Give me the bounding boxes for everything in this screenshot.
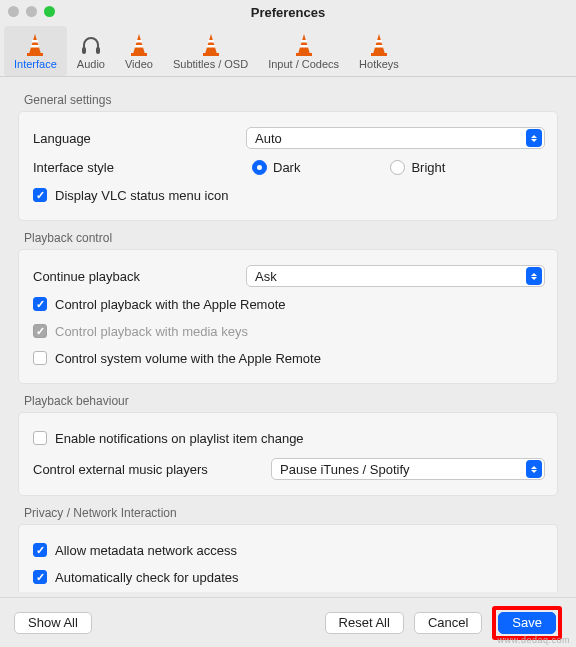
- interface-style-radio-group: Dark Bright: [246, 160, 545, 175]
- media-keys-label: Control playback with media keys: [55, 324, 248, 339]
- panel-playback-behaviour: Enable notifications on playlist item ch…: [18, 412, 558, 496]
- cancel-button[interactable]: Cancel: [414, 612, 482, 634]
- apple-remote-checkbox[interactable]: ✓: [33, 297, 47, 311]
- tab-audio[interactable]: Audio: [67, 26, 115, 76]
- system-volume-checkbox[interactable]: [33, 351, 47, 365]
- tab-interface[interactable]: Interface: [4, 26, 67, 76]
- reset-all-button[interactable]: Reset All: [325, 612, 404, 634]
- external-players-select[interactable]: Pause iTunes / Spotify: [271, 458, 545, 480]
- show-all-button[interactable]: Show All: [14, 612, 92, 634]
- notifications-checkbox[interactable]: [33, 431, 47, 445]
- updown-icon: [526, 460, 542, 478]
- tab-label: Interface: [14, 58, 57, 70]
- tab-label: Audio: [77, 58, 105, 70]
- media-keys-checkbox: ✓: [33, 324, 47, 338]
- notifications-label: Enable notifications on playlist item ch…: [55, 431, 304, 446]
- svg-rect-3: [27, 53, 43, 56]
- save-button[interactable]: Save: [498, 612, 556, 634]
- svg-rect-2: [31, 45, 39, 48]
- svg-rect-16: [300, 45, 308, 48]
- tab-label: Input / Codecs: [268, 58, 339, 70]
- section-title-playback-control: Playback control: [24, 231, 558, 245]
- svg-rect-8: [135, 45, 143, 48]
- window-title: Preferences: [251, 5, 325, 20]
- panel-privacy: ✓ Allow metadata network access ✓ Automa…: [18, 524, 558, 592]
- status-menu-checkbox[interactable]: ✓: [33, 188, 47, 202]
- radio-bright[interactable]: Bright: [390, 160, 445, 175]
- svg-marker-18: [373, 34, 385, 54]
- metadata-checkbox[interactable]: ✓: [33, 543, 47, 557]
- svg-rect-4: [82, 47, 86, 54]
- continue-playback-value: Ask: [255, 269, 277, 284]
- svg-rect-11: [208, 40, 214, 43]
- updates-checkbox[interactable]: ✓: [33, 570, 47, 584]
- preferences-toolbar: Interface Audio Video Subtitles / OSD In…: [0, 24, 576, 77]
- svg-marker-10: [205, 34, 217, 54]
- radio-bright-label: Bright: [411, 160, 445, 175]
- svg-rect-20: [375, 45, 383, 48]
- language-select[interactable]: Auto: [246, 127, 545, 149]
- radio-unchecked-icon: [390, 160, 405, 175]
- minimize-window-button[interactable]: [26, 6, 37, 17]
- headphones-icon: [77, 30, 105, 58]
- continue-playback-select[interactable]: Ask: [246, 265, 545, 287]
- tab-label: Subtitles / OSD: [173, 58, 248, 70]
- panel-general: Language Auto Interface style Dark: [18, 111, 558, 221]
- tab-label: Hotkeys: [359, 58, 399, 70]
- interface-style-label: Interface style: [31, 160, 246, 175]
- continue-playback-label: Continue playback: [31, 269, 246, 284]
- cone-icon: [21, 30, 49, 58]
- radio-checked-icon: [252, 160, 267, 175]
- svg-marker-14: [298, 34, 310, 54]
- titlebar: Preferences: [0, 0, 576, 24]
- tab-subtitles-osd[interactable]: Subtitles / OSD: [163, 26, 258, 76]
- metadata-label: Allow metadata network access: [55, 543, 237, 558]
- system-volume-label: Control system volume with the Apple Rem…: [55, 351, 321, 366]
- traffic-lights: [8, 6, 55, 17]
- content-area: General settings Language Auto Interface…: [0, 77, 576, 592]
- external-players-label: Control external music players: [31, 462, 271, 477]
- tab-label: Video: [125, 58, 153, 70]
- tab-input-codecs[interactable]: Input / Codecs: [258, 26, 349, 76]
- tab-hotkeys[interactable]: Hotkeys: [349, 26, 409, 76]
- radio-dark[interactable]: Dark: [252, 160, 300, 175]
- apple-remote-label: Control playback with the Apple Remote: [55, 297, 286, 312]
- status-menu-label: Display VLC status menu icon: [55, 188, 228, 203]
- cone-icon: [365, 30, 393, 58]
- radio-dark-label: Dark: [273, 160, 300, 175]
- section-title-general: General settings: [24, 93, 558, 107]
- svg-rect-5: [96, 47, 100, 54]
- section-title-privacy: Privacy / Network Interaction: [24, 506, 558, 520]
- watermark: www.dedaq.com: [497, 635, 570, 645]
- cone-icon: [197, 30, 225, 58]
- svg-rect-17: [296, 53, 312, 56]
- svg-rect-9: [131, 53, 147, 56]
- svg-rect-21: [371, 53, 387, 56]
- svg-rect-1: [32, 40, 38, 43]
- updown-icon: [526, 129, 542, 147]
- zoom-window-button[interactable]: [44, 6, 55, 17]
- footer-bar: Show All Reset All Cancel Save: [0, 597, 576, 647]
- cone-icon: [125, 30, 153, 58]
- svg-rect-13: [203, 53, 219, 56]
- external-players-value: Pause iTunes / Spotify: [280, 462, 410, 477]
- svg-rect-15: [301, 40, 307, 43]
- svg-rect-19: [376, 40, 382, 43]
- svg-marker-6: [133, 34, 145, 54]
- updates-label: Automatically check for updates: [55, 570, 239, 585]
- svg-marker-0: [29, 34, 41, 54]
- svg-rect-7: [136, 40, 142, 43]
- tab-video[interactable]: Video: [115, 26, 163, 76]
- panel-playback-control: Continue playback Ask ✓ Control playback…: [18, 249, 558, 384]
- updown-icon: [526, 267, 542, 285]
- cone-icon: [290, 30, 318, 58]
- language-value: Auto: [255, 131, 282, 146]
- language-label: Language: [31, 131, 246, 146]
- section-title-playback-behaviour: Playback behaviour: [24, 394, 558, 408]
- close-window-button[interactable]: [8, 6, 19, 17]
- svg-rect-12: [207, 45, 215, 48]
